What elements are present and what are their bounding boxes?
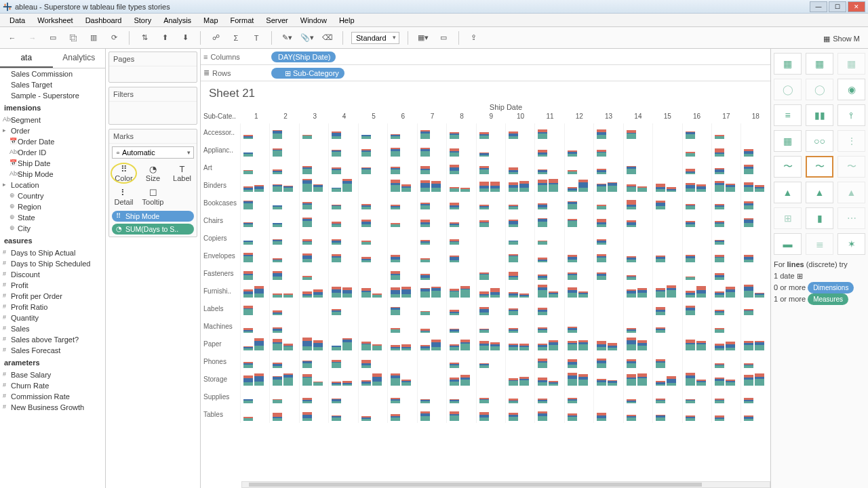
new-data-button[interactable]: ⿻ bbox=[66, 31, 80, 45]
showme-option[interactable]: ○○ bbox=[806, 130, 833, 152]
field-sales-forecast[interactable]: Sales Forecast bbox=[0, 345, 105, 356]
color-button[interactable]: ⠿Color bbox=[109, 161, 138, 185]
share-button[interactable]: ⇪ bbox=[467, 31, 481, 45]
field-segment[interactable]: Segment bbox=[0, 115, 105, 125]
menu-format[interactable]: Format bbox=[225, 15, 260, 26]
field-sales-target[interactable]: Sales Target bbox=[0, 79, 105, 90]
cards-button[interactable]: ▦▾ bbox=[416, 31, 430, 45]
new-sheet-button[interactable]: ▥ bbox=[87, 31, 100, 45]
showme-option[interactable]: 〜 bbox=[806, 156, 833, 178]
horizontal-scrollbar[interactable] bbox=[241, 481, 770, 488]
day-header: 15 bbox=[653, 113, 682, 120]
showme-option[interactable]: ▮▮ bbox=[806, 104, 833, 126]
detail-button[interactable]: ⠇Detail bbox=[109, 185, 138, 209]
showme-option[interactable]: ▲ bbox=[806, 182, 833, 203]
field-region[interactable]: Region bbox=[0, 201, 105, 212]
showme-option[interactable]: ▬ bbox=[774, 233, 802, 255]
field-location[interactable]: Location bbox=[0, 180, 105, 190]
mark-pill-ship-mode[interactable]: Ship Mode bbox=[112, 211, 194, 222]
group-button[interactable]: ☍ bbox=[209, 31, 222, 45]
maximize-button[interactable]: ☐ bbox=[829, 1, 846, 12]
abc-button[interactable]: T bbox=[250, 31, 263, 45]
field-ship-mode[interactable]: Ship Mode bbox=[0, 169, 105, 180]
field-days-to-ship-actual[interactable]: Days to Ship Actual bbox=[0, 247, 105, 258]
field-new-business-growth[interactable]: New Business Growth bbox=[0, 402, 105, 413]
menu-server[interactable]: Server bbox=[260, 15, 293, 26]
day-header: 11 bbox=[535, 113, 564, 120]
field-profit[interactable]: Profit bbox=[0, 280, 105, 291]
showme-option[interactable]: ≡ bbox=[774, 104, 802, 126]
menu-window[interactable]: Window bbox=[295, 15, 332, 26]
field-sample-superstore[interactable]: Sample - Superstore bbox=[0, 90, 105, 101]
fit-select[interactable]: Standard bbox=[351, 32, 399, 44]
mark-pill-sum-days-to-s-[interactable]: SUM(Days to S.. bbox=[112, 224, 194, 235]
pin-button[interactable]: 📎▾ bbox=[300, 31, 314, 45]
close-button[interactable]: ✕ bbox=[848, 1, 865, 12]
analytics-tab[interactable]: Analytics bbox=[53, 49, 106, 68]
field-commission-rate[interactable]: Commission Rate bbox=[0, 391, 105, 402]
showme-option[interactable]: ▮ bbox=[806, 207, 833, 229]
forward-button[interactable]: → bbox=[26, 31, 39, 45]
presentation-button[interactable]: ▭ bbox=[437, 31, 450, 45]
window-title: ableau - Superstore w tableau file types… bbox=[15, 3, 810, 11]
menu-dashboard[interactable]: Dashboard bbox=[80, 15, 127, 26]
showme-option[interactable]: ▦ bbox=[806, 53, 833, 75]
field-churn-rate[interactable]: Churn Rate bbox=[0, 380, 105, 391]
field-sales-commission[interactable]: Sales Commission bbox=[0, 68, 105, 79]
show-me-button[interactable]: ▦Show M bbox=[818, 30, 865, 47]
showme-option: ◯ bbox=[774, 79, 802, 100]
field-country[interactable]: Country bbox=[0, 190, 105, 201]
rows-pill[interactable]: ⊞ Sub-Category bbox=[271, 68, 344, 79]
day-header: 8 bbox=[447, 113, 476, 120]
showme-option[interactable]: ▦ bbox=[774, 53, 802, 75]
label-button[interactable]: TLabel bbox=[167, 161, 197, 185]
field-order[interactable]: Order bbox=[0, 125, 105, 136]
save-button[interactable]: ▭ bbox=[46, 31, 60, 45]
field-city[interactable]: City bbox=[0, 223, 105, 234]
field-sales-above-target-[interactable]: Sales above Target? bbox=[0, 334, 105, 345]
field-days-to-ship-scheduled[interactable]: Days to Ship Scheduled bbox=[0, 258, 105, 269]
field-sales[interactable]: Sales bbox=[0, 323, 105, 334]
columns-pill[interactable]: DAY(Ship Date) bbox=[271, 52, 336, 62]
field-profit-ratio[interactable]: Profit Ratio bbox=[0, 302, 105, 312]
mark-type-select[interactable]: ▫Automatic bbox=[112, 146, 194, 159]
field-state[interactable]: State bbox=[0, 212, 105, 223]
sort-desc-button[interactable]: ⬇ bbox=[178, 31, 192, 45]
tooltip-button[interactable]: ☐Tooltip bbox=[138, 185, 167, 209]
menu-story[interactable]: Story bbox=[128, 15, 157, 26]
field-order-id[interactable]: Order ID bbox=[0, 147, 105, 158]
refresh-button[interactable]: ⟳ bbox=[107, 31, 121, 45]
showme-option[interactable]: ✶ bbox=[837, 233, 865, 255]
menu-data[interactable]: Data bbox=[4, 15, 31, 26]
totals-button[interactable]: Σ bbox=[229, 31, 243, 45]
showme-option[interactable]: 〜 bbox=[774, 156, 802, 178]
showme-option[interactable]: ▦ bbox=[774, 130, 802, 152]
showme-option[interactable]: ▲ bbox=[774, 182, 802, 203]
minimize-button[interactable]: — bbox=[810, 1, 827, 12]
field-order-date[interactable]: Order Date bbox=[0, 136, 105, 147]
size-button[interactable]: ◔Size bbox=[138, 161, 167, 185]
menu-help[interactable]: Help bbox=[334, 15, 360, 26]
menu-analysis[interactable]: Analysis bbox=[158, 15, 197, 26]
data-tab[interactable]: ata bbox=[0, 49, 53, 68]
sort-asc-button[interactable]: ⬆ bbox=[158, 31, 172, 45]
clear-button[interactable]: ⌫ bbox=[321, 31, 334, 45]
swap-button[interactable]: ⇅ bbox=[138, 31, 151, 45]
field-quantity[interactable]: Quantity bbox=[0, 312, 105, 323]
filters-shelf[interactable]: Filters bbox=[109, 87, 197, 102]
showme-option: ⋯ bbox=[837, 207, 865, 229]
marks-card-title: Marks bbox=[109, 129, 197, 144]
pages-shelf[interactable]: Pages bbox=[109, 52, 197, 66]
highlight-button[interactable]: ✎▾ bbox=[280, 31, 294, 45]
showme-option[interactable]: ⫯ bbox=[837, 104, 865, 126]
field-base-salary[interactable]: Base Salary bbox=[0, 369, 105, 380]
showme-option[interactable]: ◉ bbox=[837, 79, 865, 100]
field-discount[interactable]: Discount bbox=[0, 269, 105, 280]
field-profit-per-order[interactable]: Profit per Order bbox=[0, 291, 105, 302]
sheet-title[interactable]: Sheet 21 bbox=[201, 81, 770, 103]
field-ship-date[interactable]: Ship Date bbox=[0, 158, 105, 169]
viz-row: Art bbox=[201, 159, 770, 176]
menu-map[interactable]: Map bbox=[198, 15, 223, 26]
back-button[interactable]: ← bbox=[5, 31, 19, 45]
menu-worksheet[interactable]: Worksheet bbox=[32, 15, 78, 26]
